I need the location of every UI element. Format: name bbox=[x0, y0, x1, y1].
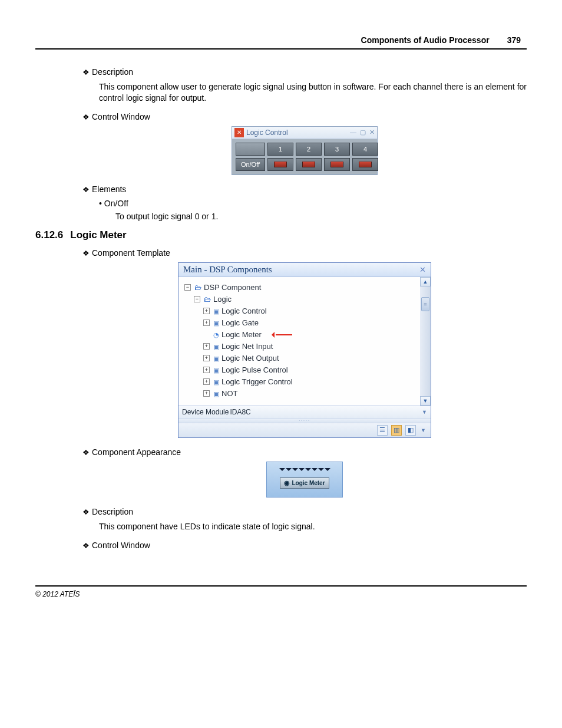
collapse-icon[interactable] bbox=[194, 296, 200, 302]
description-paragraph-2: This component have LEDs to indicate sta… bbox=[99, 521, 527, 532]
expand-icon[interactable] bbox=[203, 355, 210, 361]
close-icon[interactable]: ✕ bbox=[369, 129, 375, 136]
onoff-toggle-3[interactable] bbox=[324, 158, 350, 171]
component-icon: ▣ bbox=[213, 353, 219, 364]
tree-item-logic-gate[interactable]: ▣Logic Gate bbox=[184, 317, 416, 329]
view-tiles-icon[interactable]: ▥ bbox=[391, 425, 402, 436]
expand-icon[interactable] bbox=[203, 308, 210, 314]
folder-icon: 🗁 bbox=[204, 294, 211, 305]
scroll-thumb[interactable] bbox=[421, 297, 429, 311]
tree-item-logic-pulse-control[interactable]: ▣Logic Pulse Control bbox=[184, 364, 416, 376]
component-icon: ▣ bbox=[213, 376, 219, 388]
collapse-icon[interactable] bbox=[184, 284, 191, 291]
expand-icon[interactable] bbox=[203, 378, 210, 385]
logic-control-titlebar[interactable]: Logic Control — ▢ ✕ bbox=[232, 127, 377, 139]
bullet-control-window-label: Control Window bbox=[92, 112, 150, 121]
close-icon[interactable]: ✕ bbox=[419, 265, 426, 274]
tree-item-logic-meter[interactable]: ◔Logic Meter bbox=[184, 329, 416, 341]
device-module-row[interactable]: Device Module IDA8C ▼ bbox=[178, 406, 431, 419]
port-icon bbox=[312, 468, 318, 474]
col-header-4: 4 bbox=[352, 143, 378, 156]
view-detail-icon[interactable]: ◧ bbox=[405, 425, 416, 436]
view-list-icon[interactable]: ☰ bbox=[377, 425, 388, 436]
bullet-control-window: ❖Control Window bbox=[82, 112, 527, 121]
tree-item-label: Logic Pulse Control bbox=[222, 364, 288, 376]
section-number: 6.12.6 bbox=[35, 229, 63, 241]
element-onoff-desc: To output logic signal 0 or 1. bbox=[115, 212, 527, 221]
dsp-titlebar[interactable]: Main - DSP Components ✕ bbox=[178, 263, 431, 277]
bullet-control-window-2: ❖Control Window bbox=[82, 541, 527, 550]
tree-item-label: Logic Control bbox=[222, 305, 267, 317]
logic-meter-label: Logic Meter bbox=[292, 480, 325, 486]
logic-meter-label-badge: ◉ Logic Meter bbox=[280, 477, 329, 489]
chevron-down-icon[interactable]: ▼ bbox=[422, 409, 427, 415]
tree-group-label: Logic bbox=[213, 294, 232, 305]
maximize-icon[interactable]: ▢ bbox=[360, 129, 366, 136]
expand-icon[interactable] bbox=[203, 343, 210, 350]
dsp-tree[interactable]: 🗁DSP Component 🗁Logic ▣Logic Control ▣Lo… bbox=[178, 277, 420, 406]
onoff-toggle-1[interactable] bbox=[267, 158, 293, 171]
tree-root-label: DSP Component bbox=[204, 282, 261, 294]
led-icon bbox=[302, 162, 315, 167]
led-icon bbox=[330, 162, 343, 167]
tree-item-label: Logic Gate bbox=[222, 317, 259, 329]
component-icon: ▣ bbox=[213, 364, 219, 376]
tree-item-logic-net-output[interactable]: ▣Logic Net Output bbox=[184, 353, 416, 364]
header-section-title: Components of Audio Processor bbox=[361, 35, 490, 45]
element-onoff: On/Off bbox=[99, 199, 527, 208]
tree-item-label: Logic Net Output bbox=[222, 353, 279, 364]
diamond-icon: ❖ bbox=[82, 448, 90, 457]
component-icon: ▣ bbox=[213, 388, 219, 400]
section-heading: 6.12.6Logic Meter bbox=[35, 229, 527, 241]
port-icon bbox=[292, 468, 298, 474]
resize-grip[interactable]: ····· bbox=[178, 419, 431, 423]
logic-meter-ports bbox=[279, 468, 330, 474]
tree-item-logic-control[interactable]: ▣Logic Control bbox=[184, 305, 416, 317]
led-icon bbox=[359, 162, 372, 167]
chevron-down-icon[interactable]: ▼ bbox=[421, 427, 426, 433]
tree-group-logic[interactable]: 🗁Logic bbox=[184, 294, 416, 305]
bullet-component-template: ❖Component Template bbox=[82, 248, 527, 258]
diamond-icon: ❖ bbox=[82, 185, 90, 194]
bullet-component-appearance: ❖Component Appearance bbox=[82, 447, 527, 457]
bullet-elements: ❖Elements bbox=[82, 185, 527, 194]
dsp-footer-toolbar: ☰ ▥ ◧ ▼ bbox=[178, 423, 431, 437]
bullet-elements-label: Elements bbox=[92, 185, 126, 194]
port-icon bbox=[279, 468, 285, 474]
scroll-up-icon[interactable]: ▲ bbox=[420, 277, 431, 286]
component-icon: ▣ bbox=[213, 341, 219, 353]
vertical-scrollbar[interactable]: ▲ ▼ bbox=[420, 277, 431, 406]
logic-meter-component[interactable]: ◉ Logic Meter bbox=[266, 462, 343, 498]
port-icon bbox=[305, 468, 311, 474]
scroll-down-icon[interactable]: ▼ bbox=[420, 396, 431, 406]
logic-control-title: Logic Control bbox=[246, 129, 350, 137]
tree-root[interactable]: 🗁DSP Component bbox=[184, 282, 416, 294]
dsp-title: Main - DSP Components bbox=[183, 265, 419, 275]
bullet-component-template-label: Component Template bbox=[92, 248, 170, 258]
port-icon bbox=[325, 468, 330, 474]
col-header-1: 1 bbox=[267, 143, 293, 156]
diamond-icon: ❖ bbox=[82, 249, 90, 258]
minimize-icon[interactable]: — bbox=[350, 129, 356, 136]
col-header-2: 2 bbox=[296, 143, 322, 156]
expand-icon[interactable] bbox=[203, 367, 210, 373]
bullet-description-2-label: Description bbox=[92, 507, 133, 516]
row-label-onoff: On/Off bbox=[236, 158, 265, 171]
tree-item-not[interactable]: ▣NOT bbox=[184, 388, 416, 400]
red-arrow-icon bbox=[269, 332, 292, 337]
col-header-3: 3 bbox=[324, 143, 350, 156]
tree-item-logic-trigger-control[interactable]: ▣Logic Trigger Control bbox=[184, 376, 416, 388]
port-icon bbox=[286, 468, 292, 474]
tree-item-label: NOT bbox=[222, 388, 237, 400]
logic-control-window: Logic Control — ▢ ✕ 1 2 3 4 On/Off bbox=[232, 126, 378, 175]
tree-item-logic-net-input[interactable]: ▣Logic Net Input bbox=[184, 341, 416, 353]
expand-icon[interactable] bbox=[203, 390, 210, 397]
bullet-description: ❖Description bbox=[82, 67, 527, 77]
port-icon bbox=[318, 468, 324, 474]
tree-item-label: Logic Net Input bbox=[222, 341, 273, 353]
tree-item-label: Logic Meter bbox=[222, 329, 262, 341]
expand-icon[interactable] bbox=[203, 319, 210, 326]
meter-icon: ◔ bbox=[213, 329, 219, 341]
onoff-toggle-2[interactable] bbox=[296, 158, 322, 171]
onoff-toggle-4[interactable] bbox=[352, 158, 378, 171]
